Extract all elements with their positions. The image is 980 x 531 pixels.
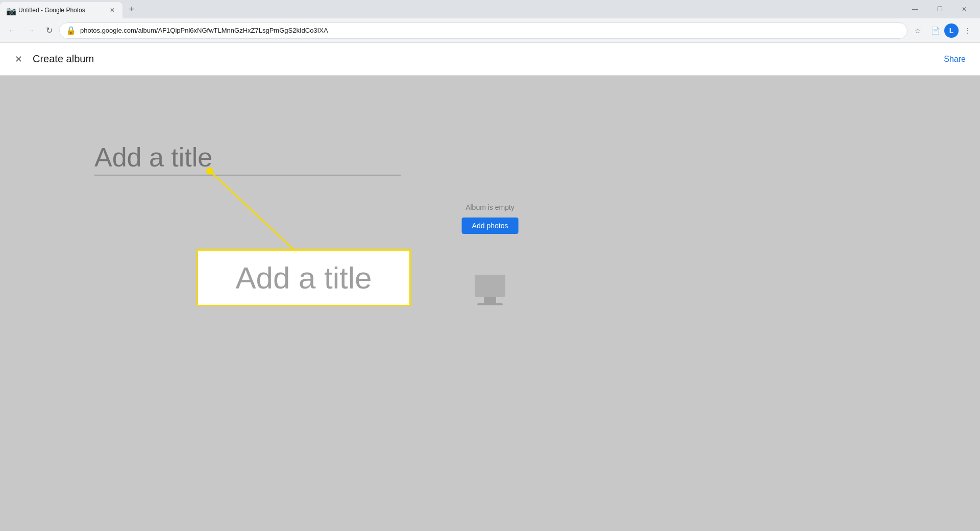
highlight-title-text: Add a title: [236, 260, 372, 296]
reload-button[interactable]: ↻: [41, 22, 57, 39]
back-button[interactable]: ←: [4, 22, 20, 39]
main-content: Album is empty Add photos Add a title: [0, 76, 980, 531]
close-window-button[interactable]: ✕: [952, 2, 976, 16]
title-highlight-box: Add a title: [197, 249, 411, 306]
monitor-screen: [475, 275, 505, 297]
pdf-button[interactable]: 📄: [927, 22, 943, 39]
active-tab[interactable]: 📷 Untitled - Google Photos ✕: [0, 2, 122, 18]
profile-avatar[interactable]: L: [944, 23, 959, 38]
window-controls: — ❐ ✕: [903, 2, 976, 18]
tab-bar: 📷 Untitled - Google Photos ✕ + — ❐ ✕: [0, 0, 980, 18]
browser-frame: 📷 Untitled - Google Photos ✕ + — ❐ ✕ ← →…: [0, 0, 980, 531]
album-empty-text: Album is empty: [465, 203, 514, 211]
title-section: [94, 142, 401, 176]
add-photos-button[interactable]: Add photos: [462, 218, 519, 234]
url-text: photos.google.com/album/AF1QipPnl6xNGfwT…: [80, 27, 901, 34]
header-close-button[interactable]: ✕: [8, 49, 29, 69]
forward-button[interactable]: →: [22, 22, 39, 39]
close-icon: ✕: [15, 54, 22, 65]
svg-line-0: [210, 171, 305, 260]
navigation-bar: ← → ↻ 🔒 photos.google.com/album/AF1QipPn…: [0, 18, 980, 43]
tab-title: Untitled - Google Photos: [18, 7, 104, 14]
monitor-base: [477, 303, 503, 305]
app-header: ✕ Create album Share: [0, 43, 980, 76]
secure-icon: 🔒: [66, 26, 76, 35]
maximize-button[interactable]: ❐: [928, 2, 951, 16]
menu-button[interactable]: ⋮: [960, 22, 976, 39]
tab-favicon: 📷: [6, 6, 14, 14]
nav-right-icons: ☆ 📄 L ⋮: [910, 22, 976, 39]
monitor-stand: [484, 297, 496, 303]
new-tab-button[interactable]: +: [125, 2, 139, 16]
album-title-input[interactable]: [94, 142, 401, 176]
tab-close-button[interactable]: ✕: [108, 6, 116, 14]
page-title: Create album: [33, 53, 94, 65]
album-empty-container: Album is empty Add photos: [462, 203, 519, 234]
bookmark-button[interactable]: ☆: [910, 22, 926, 39]
minimize-button[interactable]: —: [903, 2, 927, 16]
address-bar[interactable]: 🔒 photos.google.com/album/AF1QipPnl6xNGf…: [59, 22, 908, 39]
share-button[interactable]: Share: [938, 51, 972, 68]
annotation-dot: [206, 167, 213, 175]
monitor-icon: [475, 275, 505, 305]
